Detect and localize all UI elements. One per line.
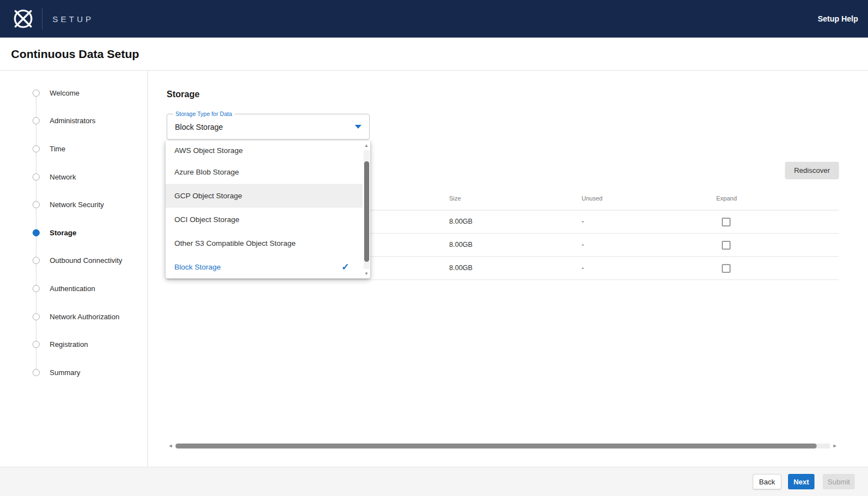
option-azure-blob-storage[interactable]: Azure Blob Storage <box>166 160 363 184</box>
column-header-unused: Unused <box>582 195 603 202</box>
option-label: Azure Blob Storage <box>174 168 239 176</box>
sidebar-item-label: Network Security <box>50 200 104 209</box>
column-header-size: Size <box>449 195 461 202</box>
top-app-bar: SETUP Setup Help <box>0 0 868 38</box>
cell-unused: - <box>582 264 584 272</box>
expand-checkbox[interactable] <box>722 218 731 226</box>
check-icon: ✓ <box>342 261 349 273</box>
scroll-up-icon[interactable]: ▲ <box>363 141 370 150</box>
step-circle-icon <box>33 117 40 124</box>
option-label: OCI Object Storage <box>174 215 239 224</box>
cell-unused: - <box>582 218 584 225</box>
step-circle-icon <box>33 257 40 264</box>
step-circle-icon <box>33 341 40 348</box>
sidebar-item-registration[interactable]: Registration <box>0 330 147 358</box>
submit-button[interactable]: Submit <box>823 474 855 489</box>
page-title: Continuous Data Setup <box>11 48 139 61</box>
step-circle-icon <box>33 145 40 152</box>
option-other-s3-compatible-object-storage[interactable]: Other S3 Compatible Object Storage <box>166 231 363 255</box>
dropdown-scrollbar-track[interactable] <box>364 150 370 269</box>
title-bar: Continuous Data Setup <box>0 38 868 71</box>
sidebar-item-authentication[interactable]: Authentication <box>0 275 147 303</box>
sidebar-item-label: Time <box>50 145 65 153</box>
step-circle-icon <box>33 285 40 292</box>
cell-size: 8.00GB <box>449 241 472 249</box>
sidebar-item-network[interactable]: Network <box>0 163 147 191</box>
step-circle-icon <box>33 89 40 97</box>
sidebar-item-label: Network <box>50 173 76 181</box>
sidebar-item-storage[interactable]: Storage <box>0 219 147 247</box>
sidebar-item-label: Administrators <box>50 117 95 125</box>
setup-app-window: SETUP Setup Help Continuous Data Setup W… <box>0 0 868 496</box>
scroll-right-icon[interactable]: ► <box>831 443 839 448</box>
dropdown-scrollbar-thumb[interactable] <box>364 161 369 262</box>
brand-setup-label: SETUP <box>52 14 94 24</box>
sidebar-item-label: Summary <box>50 368 81 377</box>
expand-checkbox[interactable] <box>722 264 731 273</box>
sidebar-item-label: Outbound Connectivity <box>50 256 123 265</box>
option-oci-object-storage[interactable]: OCI Object Storage <box>166 208 363 231</box>
dropdown-options-list: AWS Object Storage Azure Blob Storage GC… <box>166 141 363 278</box>
sidebar-item-summary[interactable]: Summary <box>0 358 147 387</box>
option-block-storage[interactable]: Block Storage ✓ <box>166 255 363 278</box>
sidebar-item-label: Registration <box>50 340 88 349</box>
option-label: Other S3 Compatible Object Storage <box>174 239 296 247</box>
sidebar-item-administrators[interactable]: Administrators <box>0 107 147 135</box>
sidebar-item-label: Network Authorization <box>50 313 119 321</box>
sidebar-item-label: Welcome <box>50 89 79 97</box>
brand-divider <box>42 8 42 29</box>
storage-type-dropdown: AWS Object Storage Azure Blob Storage GC… <box>166 141 370 278</box>
sidebar-item-label: Authentication <box>50 284 95 293</box>
horizontal-scrollbar-track[interactable] <box>175 444 830 448</box>
sidebar-item-welcome[interactable]: Welcome <box>0 79 147 107</box>
option-gcp-object-storage[interactable]: GCP Object Storage <box>166 184 363 208</box>
sidebar-item-network-security[interactable]: Network Security <box>0 191 147 219</box>
option-label: GCP Object Storage <box>174 192 242 200</box>
storage-section-heading: Storage <box>167 89 200 99</box>
dropdown-scrollbar[interactable]: ▲ ▼ <box>363 141 370 278</box>
storage-type-select[interactable]: Storage Type for Data Block Storage <box>167 114 370 140</box>
horizontal-scrollbar-thumb[interactable] <box>175 444 817 448</box>
rediscover-button[interactable]: Rediscover <box>785 162 839 178</box>
cell-size: 8.00GB <box>449 264 472 272</box>
sidebar-item-outbound-connectivity[interactable]: Outbound Connectivity <box>0 247 147 275</box>
setup-help-link[interactable]: Setup Help <box>818 14 858 23</box>
step-circle-active-icon <box>33 229 40 236</box>
setup-stepper-sidebar: Welcome Administrators Time Network Netw… <box>0 71 148 467</box>
storage-type-select-value: Block Storage <box>175 123 223 131</box>
next-button[interactable]: Next <box>788 474 814 489</box>
horizontal-scrollbar[interactable]: ◄ ► <box>167 441 839 450</box>
scroll-left-icon[interactable]: ◄ <box>167 443 174 448</box>
expand-checkbox[interactable] <box>722 241 731 250</box>
back-button[interactable]: Back <box>753 474 781 489</box>
sidebar-item-network-authorization[interactable]: Network Authorization <box>0 303 147 331</box>
option-aws-object-storage[interactable]: AWS Object Storage <box>166 141 363 160</box>
storage-type-select-label: Storage Type for Data <box>173 110 235 117</box>
scroll-down-icon[interactable]: ▼ <box>363 269 370 278</box>
footer-action-bar: Back Next Submit <box>0 467 868 496</box>
step-circle-icon <box>33 173 40 181</box>
step-circle-icon <box>33 369 40 376</box>
delphix-logo-icon <box>8 6 39 31</box>
option-label: Block Storage <box>174 263 221 271</box>
sidebar-item-label: Storage <box>50 229 76 237</box>
cell-unused: - <box>582 241 584 249</box>
step-circle-icon <box>33 313 40 320</box>
chevron-down-icon[interactable] <box>355 125 361 129</box>
column-header-expand: Expand <box>716 195 737 202</box>
option-label: AWS Object Storage <box>174 146 243 155</box>
sidebar-item-time[interactable]: Time <box>0 135 147 163</box>
cell-size: 8.00GB <box>449 218 472 225</box>
step-circle-icon <box>33 201 40 208</box>
